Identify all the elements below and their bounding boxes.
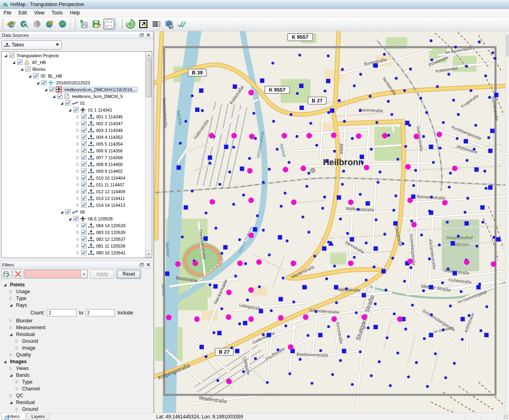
gcp-point[interactable] [237,260,243,266]
gcp-point[interactable] [306,133,312,138]
tie-point[interactable] [431,58,433,61]
map-scrollbar[interactable] [505,31,509,413]
control-point[interactable] [334,285,338,290]
tie-point[interactable] [228,170,231,173]
expand-icon[interactable] [8,318,13,323]
checkbox[interactable] [81,223,87,228]
gcp-point[interactable] [464,259,469,265]
tree-row[interactable]: 005 5 114354 [2,140,145,147]
checkbox[interactable] [81,128,87,133]
control-point[interactable] [299,84,304,88]
checkbox[interactable] [81,168,87,174]
tie-point[interactable] [290,113,292,116]
tie-point[interactable] [442,328,445,331]
collapse-icon[interactable] [2,282,7,287]
menu-tools[interactable]: Tools [48,9,66,16]
control-point[interactable] [360,155,364,159]
control-point[interactable] [322,246,326,251]
gcp-point[interactable] [397,316,402,322]
filter-row[interactable]: Quality [0,351,153,358]
filter-row[interactable]: Residual [0,399,153,406]
tree-row[interactable]: 011 11 114407 [2,181,145,188]
tie-point[interactable] [473,148,475,150]
gcp-point[interactable] [249,134,255,139]
map-canvas[interactable]: NeckartalstraßeNeckarNeckarNeckarNeckarW… [154,31,505,413]
filter-row[interactable]: Ground [0,406,153,412]
filter-row[interactable]: Blunder [0,317,153,324]
gcp-point[interactable] [226,314,231,320]
expand-icon[interactable] [75,196,80,201]
tie-point[interactable] [390,113,393,116]
gcp-point[interactable] [303,314,308,320]
tie-point[interactable] [292,300,295,303]
tie-point[interactable] [414,169,417,172]
filter-row[interactable]: Channel [0,385,153,392]
checkbox[interactable] [81,189,87,194]
tie-point[interactable] [468,314,471,317]
tie-point[interactable] [449,172,452,174]
control-point[interactable] [484,333,489,337]
tie-point[interactable] [454,46,457,48]
expand-icon[interactable] [14,380,19,384]
tie-point[interactable] [479,329,482,332]
tie-point[interactable] [282,276,284,279]
tie-point[interactable] [383,233,386,236]
globe-disabled-icon[interactable] [31,18,43,30]
checkbox[interactable] [33,73,38,78]
tie-point[interactable] [351,137,354,140]
collapse-icon[interactable] [8,373,13,378]
tie-point[interactable] [262,229,265,232]
control-point[interactable] [184,205,188,210]
tie-point[interactable] [335,301,338,304]
tie-point[interactable] [409,68,412,70]
tie-point[interactable] [242,194,245,196]
checkbox[interactable] [81,243,87,248]
takes-dropdown[interactable]: Takes [2,40,62,50]
filter-row[interactable]: Type [0,295,153,302]
tie-point[interactable] [213,331,215,334]
expand-icon[interactable] [8,352,13,357]
tree-row[interactable]: Heilbronn_5cm_DMCIII_5 [2,93,145,100]
tie-point[interactable] [365,278,368,281]
tie-point[interactable] [425,111,428,114]
control-point[interactable] [465,221,469,226]
tie-point[interactable] [311,382,314,385]
import-disk-icon[interactable] [78,18,90,30]
collapse-icon[interactable] [27,74,32,78]
checkbox[interactable] [9,53,14,58]
tie-point[interactable] [485,305,488,308]
float-panel-icon[interactable] [139,32,145,38]
tree-row[interactable]: 06 6 120528 [2,215,145,222]
tie-point[interactable] [487,136,490,139]
tie-point[interactable] [179,142,182,145]
tie-point[interactable] [353,256,356,259]
list-options-icon[interactable] [150,18,162,30]
filter-row[interactable]: Rays [0,302,153,308]
tie-point[interactable] [452,99,455,102]
map-scroll-thumb[interactable] [506,34,509,57]
control-point[interactable] [267,333,271,337]
tie-point[interactable] [280,205,282,208]
tie-point[interactable] [467,197,469,200]
filter-row[interactable]: Ground [0,338,153,344]
rays-count-from-input[interactable] [47,309,76,316]
tie-point[interactable] [474,124,477,127]
tie-point[interactable] [374,218,377,221]
collapse-icon[interactable] [8,400,13,405]
tie-point[interactable] [485,187,487,190]
control-point[interactable] [240,166,244,171]
tie-point[interactable] [430,39,433,42]
checkbox[interactable] [81,236,87,242]
tie-point[interactable] [370,148,373,150]
tie-point[interactable] [359,350,362,353]
gcp-point[interactable] [247,168,253,174]
tie-point[interactable] [460,290,463,293]
gcp-point[interactable] [256,259,262,265]
checkbox[interactable] [81,155,87,160]
tie-point[interactable] [456,137,459,140]
tie-point[interactable] [432,161,435,164]
gcp-point[interactable] [226,378,232,384]
control-point[interactable] [350,237,354,242]
tie-point[interactable] [415,361,418,364]
tree-row[interactable]: 01 1 114341 [2,106,145,113]
